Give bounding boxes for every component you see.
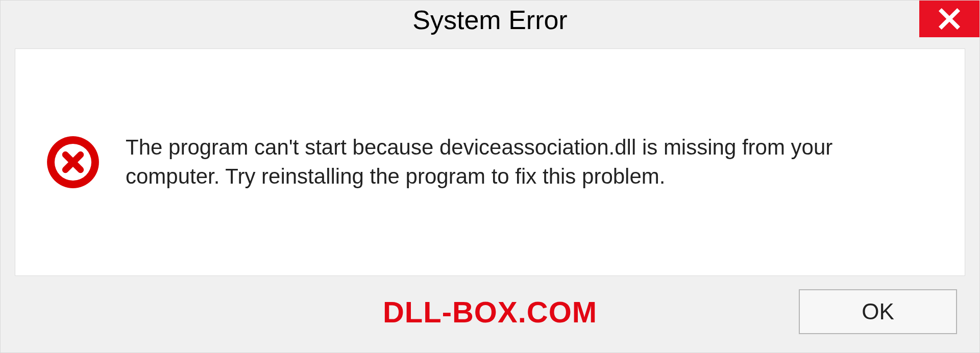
dialog-title: System Error [412,6,567,35]
ok-button[interactable]: OK [799,289,957,334]
close-button[interactable] [919,1,979,37]
error-icon [46,135,100,189]
error-dialog: System Error The program can't start bec… [0,0,980,353]
footer-bar: DLL-BOX.COM OK [1,276,979,352]
watermark-text: DLL-BOX.COM [383,295,597,329]
close-icon [938,7,961,31]
titlebar: System Error [1,1,979,43]
content-panel: The program can't start because deviceas… [15,48,965,276]
error-message: The program can't start because deviceas… [126,133,929,191]
